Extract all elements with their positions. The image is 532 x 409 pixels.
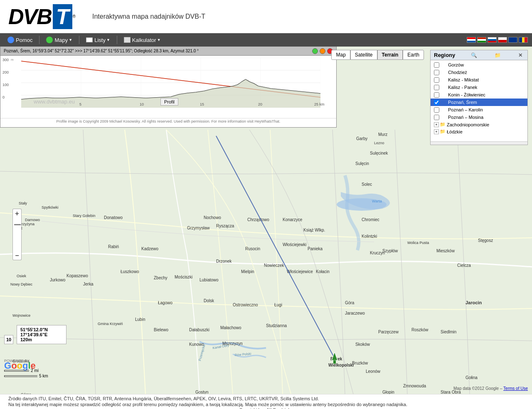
region-gorzow-checkbox[interactable] [434,62,439,68]
folder-icon[interactable]: 📁 [495,52,501,58]
region-poznan-karolin[interactable]: Poznań – Karolin [431,106,527,113]
svg-text:Mościszki: Mościszki [175,275,192,279]
svg-text:Studzianna: Studzianna [266,323,287,328]
coordinates-box: 51°55'12.0"N 17°14'39.6"E 120m [17,325,66,344]
expand-zachodniopomorskie[interactable]: + [434,122,439,127]
svg-text:Darnowo: Darnowo [25,218,40,222]
region-kalisz-mikstat-icon [441,77,447,83]
svg-text:Borek: Borek [330,357,342,361]
regions-title: Regiony [434,52,455,58]
map-icon [46,37,53,43]
svg-text:Bielewo: Bielewo [154,328,168,332]
flag-pl[interactable] [498,37,507,43]
region-poznan-mosina-checkbox[interactable] [434,115,439,120]
region-kalisz-mikstat-checkbox[interactable] [434,77,439,83]
region-zachodniopomorskie-label: Zachodniopomorskie [447,122,489,127]
svg-text:Mieszków: Mieszków [436,249,455,253]
zoom-control: + − [12,209,22,260]
region-konin-zolwieniec-checkbox[interactable] [434,92,439,98]
nav-pomoc-label: Pomoc [16,37,32,43]
region-lodzkie-label: Łódzkie [447,129,463,134]
nav-kalkulator[interactable]: Kalkulator ▼ [121,35,164,45]
svg-text:Dałabuszki: Dałabuszki [189,328,209,332]
map-container[interactable]: Garby Murz Lezno Sulęcinek Sulęcin Solec… [0,47,532,394]
flag-ro[interactable] [519,37,528,43]
logo-t: T [53,4,72,29]
nav-mapy[interactable]: Mapy ▼ [43,35,76,45]
zoom-level-display: 10 [4,335,13,344]
scale-mi: 2 mi [4,368,48,373]
map-btn-earth[interactable]: Earth [403,50,424,60]
region-chodzież-checkbox[interactable] [434,70,439,75]
region-konin-zolwieniec-icon [441,92,447,98]
regions-scrollbar[interactable] [431,141,527,145]
region-poznan-mosina[interactable]: Poznań – Mosina [431,113,527,121]
svg-text:Wielkopolski: Wielkopolski [328,363,354,367]
nav-mapy-arrow: ▼ [69,38,72,42]
svg-text:Jurkowo: Jurkowo [50,278,66,282]
logo-dvb: DVB [8,4,52,29]
region-chodzież-label: Chodzież [448,70,467,75]
svg-text:Łagowo: Łagowo [158,301,172,305]
regions-list[interactable]: Gorzów Chodzież Kalisz - Mikstat Kalisz … [431,60,527,141]
nav-listy[interactable]: Listy ▼ [83,35,113,45]
region-poznan-karolin-checkbox[interactable] [434,107,439,113]
expand-lodzkie[interactable]: + [434,129,439,134]
flag-hu[interactable] [477,37,486,43]
svg-text:Zbechy: Zbechy [154,276,167,280]
map-btn-satellite[interactable]: Satellite [350,50,377,60]
svg-text:Lubiatowo: Lubiatowo [200,278,219,282]
logo-registered: ® [73,14,76,19]
region-gorzow[interactable]: Gorzów [431,61,527,69]
navbar: Pomoc Mapy ▼ Listy ▼ Kalkulator ▼ [0,33,532,47]
svg-text:Stęgosz: Stęgosz [478,238,493,243]
search-icon[interactable]: 🔍 [471,52,477,58]
minimize-button[interactable] [312,48,318,54]
svg-text:Górno: Górno [21,392,31,394]
scale-km: 5 km [4,374,48,378]
svg-text:Drzonek: Drzonek [216,259,232,264]
region-kalisz-panek-checkbox[interactable] [434,85,439,90]
svg-text:Chrząstowo: Chrząstowo [247,217,269,222]
zoom-slider-handle[interactable] [14,224,21,225]
region-zachodniopomorskie[interactable]: + 📁 Zachodniopomorskie [431,121,527,128]
y-label-300: 300 [2,58,9,62]
svg-text:Skoków: Skoków [355,342,370,347]
close-regions-icon[interactable]: ✕ [518,52,522,58]
region-lodzkie[interactable]: + 📁 Łódzkie [431,128,527,135]
region-kalisz-mikstat-label: Kalisz - Mikstat [448,77,479,82]
logo-container: DVB T ® [8,4,76,29]
profil-button[interactable]: Profil [160,98,178,106]
zoom-button[interactable] [320,48,325,54]
scale-mi-label: 2 mi [31,368,39,373]
profile-header: Poznań, Śrem, 16°59'3.04" 52°7'2.32" >>>… [0,47,336,56]
flag-en[interactable] [508,37,517,43]
region-chodzież-icon [441,69,447,75]
footer-sources: Źródło danych ITU, Emitel, ČTU, ČRA, TÚS… [8,396,524,401]
zoom-in-button[interactable]: + [12,209,22,218]
nav-pomoc[interactable]: Pomoc [4,35,36,45]
svg-text:Włościejewice: Włościejewice [287,269,313,274]
nav-separator-3 [117,36,117,44]
region-poznan-srem-checkbox[interactable] [434,100,439,105]
scale-bar: 2 mi 5 km [4,368,48,378]
dvbt-logo: DVB T ® [8,4,76,29]
map-btn-terrain[interactable]: Terrain [377,50,403,60]
region-kalisz-mikstat[interactable]: Kalisz - Mikstat [431,76,527,84]
zoom-out-button[interactable]: − [12,251,22,260]
region-chodzież[interactable]: Chodzież [431,69,527,76]
svg-text:Chromiec: Chromiec [362,217,379,222]
region-poznan-srem-label: Poznań, Śrem [448,100,477,105]
footer: Źródło danych ITU, Emitel, ČTU, ČRA, TÚS… [0,394,532,409]
svg-text:Gołina: Gołina [466,375,478,380]
region-konin-zolwieniec[interactable]: Konin - Żółwieniec [431,91,527,99]
flag-hr[interactable] [467,37,476,43]
svg-text:Warta: Warta [372,199,382,203]
region-kalisz-panek[interactable]: Kalisz - Panek [431,84,527,91]
region-poznan-srem[interactable]: Poznań, Śrem [431,99,527,106]
flag-sk[interactable] [488,37,497,43]
map-btn-map[interactable]: Map [331,50,350,60]
terms-of-use-link[interactable]: Terms of Use [503,386,528,391]
svg-text:Nowieczek: Nowieczek [264,263,284,268]
profile-copyright: Profile image is Copyright 2009 Michael … [0,118,336,124]
